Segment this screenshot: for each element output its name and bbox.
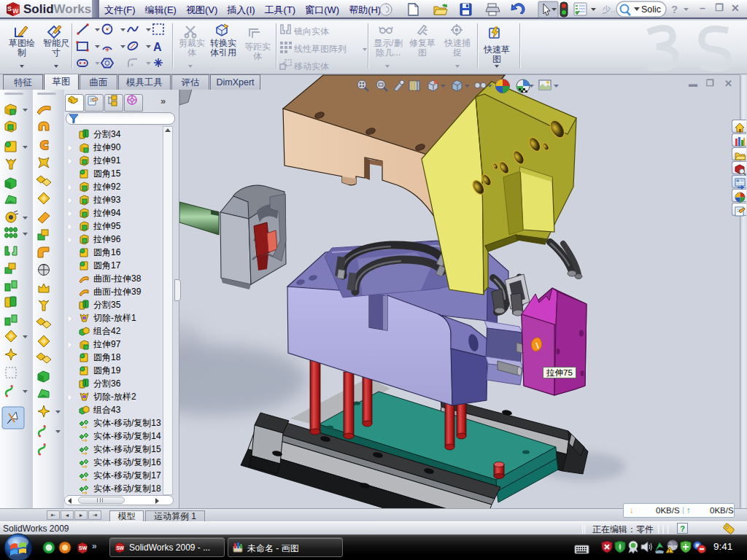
- svg-text:?: ?: [671, 3, 678, 15]
- svg-text:SolidWorks: SolidWorks: [23, 2, 91, 16]
- svg-text:SW: SW: [79, 545, 88, 551]
- svg-text:W: W: [12, 7, 19, 15]
- svg-text:!: !: [668, 548, 670, 553]
- svg-text:A: A: [153, 41, 162, 53]
- svg-text:Solic: Solic: [641, 4, 661, 15]
- svg-text:SW: SW: [116, 545, 124, 551]
- svg-text:少..: 少..: [602, 4, 616, 15]
- svg-text:»: »: [92, 541, 97, 551]
- svg-text:S: S: [7, 5, 12, 12]
